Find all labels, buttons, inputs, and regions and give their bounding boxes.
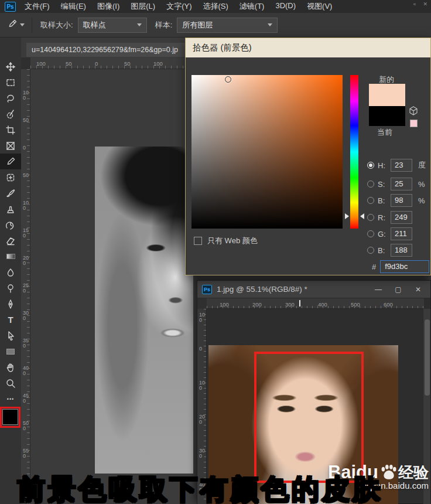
ruler-number: 200 <box>252 301 285 308</box>
b-label: B: <box>378 196 387 205</box>
color-field-marker[interactable] <box>225 76 231 83</box>
sample-layers-dropdown[interactable]: 所有图层 <box>177 18 278 33</box>
ruler-number: 400 <box>23 366 29 393</box>
tool-preset-chevron-icon[interactable] <box>20 23 25 26</box>
ruler-number: 400 <box>318 301 351 308</box>
doc2-title-bar[interactable]: Ps 1.jpg @ 55.1%(RGB/8#) * — ▢ ✕ <box>197 281 430 298</box>
rectangle-tool[interactable] <box>0 343 21 359</box>
saturation-brightness-field[interactable] <box>191 75 343 229</box>
pen-tool[interactable] <box>0 296 21 312</box>
web-safe-color-swatch[interactable] <box>410 120 418 127</box>
radio-h[interactable] <box>367 162 374 169</box>
s-value-input[interactable]: 25 <box>391 178 412 190</box>
chevron-down-icon <box>137 23 142 26</box>
menu-item[interactable]: 图像(I) <box>97 1 119 12</box>
web-color-cube-icon[interactable] <box>409 106 418 115</box>
hue-slider-arrow-right[interactable] <box>360 213 364 219</box>
rect-marquee-tool[interactable] <box>0 74 21 90</box>
menu-item[interactable]: 3D(D) <box>275 1 296 12</box>
b-value-input[interactable]: 98 <box>391 194 412 207</box>
menu-item[interactable]: 选择(S) <box>203 1 228 12</box>
ruler-number: 100 <box>23 90 29 118</box>
brush-tool[interactable] <box>0 185 21 201</box>
close-icon[interactable]: ✕ <box>411 285 426 294</box>
current-color-swatch <box>369 106 405 126</box>
ruler-number: 300 <box>285 301 318 308</box>
checkbox-icon[interactable] <box>194 237 202 245</box>
menu-item[interactable]: 文字(Y) <box>166 1 191 12</box>
lasso-tool[interactable] <box>0 90 21 106</box>
sample-size-dropdown[interactable]: 取样点 <box>78 18 147 33</box>
quick-select-tool[interactable] <box>0 106 21 122</box>
move-tool[interactable] <box>0 59 21 74</box>
menu-item[interactable]: 图层(L) <box>131 1 155 12</box>
dialog-title[interactable]: 拾色器 (前景色) <box>186 38 430 57</box>
minimize-icon[interactable]: — <box>371 285 386 294</box>
menu-item[interactable]: 视图(V) <box>307 1 332 12</box>
clone-stamp-tool[interactable] <box>0 201 21 217</box>
h-label: H: <box>378 161 387 170</box>
g-value-input[interactable]: 211 <box>391 227 412 240</box>
crop-tool[interactable] <box>0 122 21 138</box>
grayscale-portrait-image[interactable] <box>95 147 193 474</box>
ps-file-icon: Ps <box>202 285 212 294</box>
rgb-b-row: B: 188 <box>367 244 412 257</box>
web-colors-only-option[interactable]: 只有 Web 颜色 <box>194 236 258 246</box>
history-brush-tool[interactable] <box>0 217 21 233</box>
maximize-icon[interactable]: ▢ <box>391 285 406 294</box>
rgb-r-row: R: 249 <box>367 211 412 224</box>
zoom-tool[interactable] <box>0 375 21 391</box>
more-tools[interactable]: ••• <box>0 391 21 407</box>
sample-layers-value: 所有图层 <box>182 20 213 30</box>
hex-value-input[interactable]: f9d3bc <box>380 260 429 273</box>
hsb-h-row: H: 23 度 <box>367 159 426 172</box>
path-select-tool[interactable] <box>0 328 21 343</box>
gradient-tool[interactable] <box>0 248 21 264</box>
separator <box>32 18 32 33</box>
b2-value-input[interactable]: 188 <box>391 244 412 257</box>
photoshop-app: Ps 文件(F)编辑(E)图像(I)图层(L)文字(Y)选择(S)滤镜(T)3D… <box>0 0 431 504</box>
menu-item[interactable]: 编辑(E) <box>61 1 86 12</box>
ruler-number: 0 <box>199 346 205 380</box>
radio-b2[interactable] <box>367 247 374 254</box>
hand-tool[interactable] <box>0 359 21 375</box>
ruler-number: 50 <box>124 60 153 67</box>
doc1-vertical-ruler: 1005005010015020025030035040045050055060… <box>21 69 30 504</box>
hue-slider[interactable] <box>350 75 358 229</box>
window-controls: « ✕ <box>413 1 427 7</box>
ruler-number: 150 <box>23 228 29 256</box>
radio-b[interactable] <box>367 197 374 204</box>
radio-r[interactable] <box>367 214 374 221</box>
hue-slider-arrow-left[interactable] <box>345 213 349 219</box>
ruler-number: 100 <box>153 60 183 67</box>
ruler-number: 500 <box>23 421 29 448</box>
close-icon[interactable]: ✕ <box>423 1 427 7</box>
frame-tool[interactable] <box>0 138 21 154</box>
collapse-icon[interactable]: « <box>413 1 416 7</box>
blur-tool[interactable] <box>0 264 21 280</box>
eyedropper-tool[interactable] <box>0 154 21 169</box>
ruler-number: 450 <box>23 393 29 421</box>
menu-item[interactable]: 文件(F) <box>25 1 50 12</box>
healing-patch-tool[interactable] <box>0 169 21 185</box>
radio-g[interactable] <box>367 230 374 237</box>
doc2-horizontal-ruler: 100200300400500600 <box>207 298 424 309</box>
h-value-input[interactable]: 23 <box>391 159 412 172</box>
sample-label: 样本: <box>155 20 173 30</box>
scrollbar-thumb[interactable] <box>425 319 430 396</box>
dodge-tool[interactable] <box>0 280 21 296</box>
ruler-number: 50 <box>66 60 95 67</box>
hsb-s-row: S: 25 % <box>367 178 425 190</box>
ruler-number: 200 <box>199 414 205 448</box>
radio-s[interactable] <box>367 181 374 188</box>
eraser-tool[interactable] <box>0 233 21 248</box>
doc2-title: 1.jpg @ 55.1%(RGB/8#) * <box>217 285 366 294</box>
document1-title-tab[interactable]: u=1404964120,3229656279&fm=26&gp=0.jp <box>26 43 191 57</box>
ruler-corner <box>21 57 30 69</box>
type-tool[interactable]: T <box>0 312 21 328</box>
eyedropper-tool-icon[interactable] <box>7 19 18 31</box>
s-label: S: <box>378 180 387 189</box>
r-value-input[interactable]: 249 <box>391 211 412 224</box>
photoshop-logo: Ps <box>5 2 16 12</box>
menu-item[interactable]: 滤镜(T) <box>240 1 265 12</box>
